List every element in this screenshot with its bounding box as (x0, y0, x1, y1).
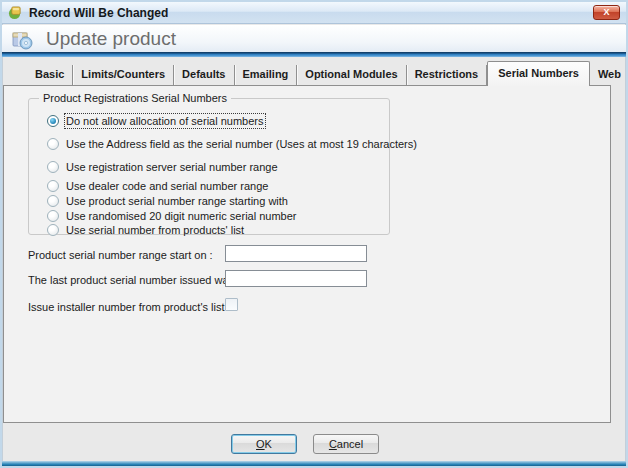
tab-web[interactable]: Web (590, 65, 628, 85)
tab-strip: Basic Limits/Counters Defaults Emailing … (27, 61, 628, 85)
cancel-label-rest: ancel (337, 438, 363, 450)
radio-icon[interactable] (47, 180, 59, 192)
radio-label: Use dealer code and serial number range (66, 180, 268, 192)
radio-label: Use serial number from products' list (66, 224, 244, 236)
tab-defaults[interactable]: Defaults (174, 65, 234, 85)
close-button[interactable]: X (593, 5, 620, 20)
close-icon: X (603, 8, 609, 17)
tab-limits-counters[interactable]: Limits/Counters (73, 65, 174, 85)
radio-icon[interactable] (47, 195, 59, 207)
header-accent-bar (2, 52, 626, 57)
radio-icon[interactable] (47, 210, 59, 222)
issue-installer-checkbox[interactable] (225, 298, 238, 311)
radio-icon[interactable] (47, 138, 59, 150)
radio-label: Use the Address field as the serial numb… (66, 138, 417, 150)
ok-label-rest: K (265, 438, 272, 450)
serial-numbers-tab-page: Product Registrations Serial Numbers Do … (3, 85, 611, 423)
tab-basic[interactable]: Basic (27, 65, 73, 85)
radio-address-field[interactable]: Use the Address field as the serial numb… (47, 137, 417, 151)
title-bar[interactable]: Record Will Be Changed X (2, 2, 626, 24)
serial-numbers-groupbox: Product Registrations Serial Numbers Do … (28, 98, 390, 235)
range-start-label: Product serial number range start on : (28, 249, 213, 261)
window-title: Record Will Be Changed (29, 6, 168, 20)
radio-product-range-starting[interactable]: Use product serial number range starting… (47, 194, 288, 208)
ok-access-key: O (256, 438, 265, 450)
window-bottom-frame (2, 461, 626, 466)
radio-randomised-20-digit[interactable]: Use randomised 20 digit numeric serial n… (47, 209, 297, 223)
cancel-button[interactable]: Cancel (313, 434, 379, 454)
issue-installer-label: Issue installer number from product's li… (28, 301, 225, 313)
radio-selected-icon[interactable] (47, 115, 59, 127)
radio-icon[interactable] (47, 161, 59, 173)
update-product-dialog: Record Will Be Changed X Update product … (0, 0, 628, 468)
ok-button[interactable]: OK (231, 434, 297, 454)
range-start-input[interactable] (225, 245, 367, 262)
radio-label: Do not allow allocation of serial number… (66, 115, 264, 127)
last-issued-input[interactable] (225, 270, 367, 287)
radio-from-products-list[interactable]: Use serial number from products' list (47, 223, 244, 237)
radio-label: Use registration server serial number ra… (66, 161, 278, 173)
product-package-icon (11, 28, 33, 50)
page-title: Update product (46, 28, 176, 50)
tab-optional-modules[interactable]: Optional Modules (297, 65, 406, 85)
radio-no-allocation[interactable]: Do not allow allocation of serial number… (47, 114, 264, 128)
tab-emailing[interactable]: Emailing (235, 65, 298, 85)
groupbox-legend: Product Registrations Serial Numbers (39, 92, 231, 104)
radio-dealer-code-range[interactable]: Use dealer code and serial number range (47, 179, 268, 193)
radio-label: Use randomised 20 digit numeric serial n… (66, 210, 297, 222)
radio-label: Use product serial number range starting… (66, 195, 288, 207)
radio-icon[interactable] (47, 224, 59, 236)
last-issued-label: The last product serial number issued wa… (28, 274, 237, 286)
tab-serial-numbers[interactable]: Serial Numbers (487, 61, 590, 86)
tab-restrictions[interactable]: Restrictions (407, 65, 488, 85)
cancel-access-key: C (329, 438, 337, 450)
app-icon (8, 5, 23, 20)
radio-registration-server-range[interactable]: Use registration server serial number ra… (47, 160, 278, 174)
dialog-header: Update product (2, 25, 626, 52)
